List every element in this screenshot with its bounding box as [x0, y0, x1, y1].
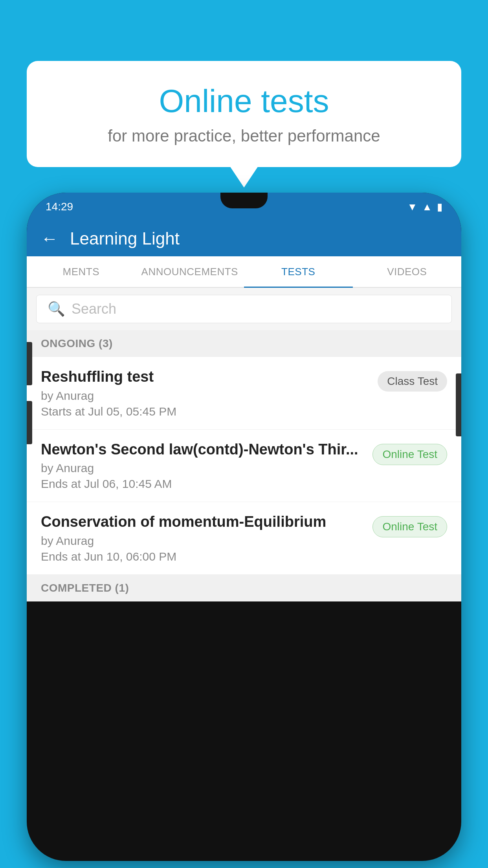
tab-ments[interactable]: MENTS — [27, 256, 136, 287]
wifi-icon: ▼ — [407, 201, 418, 213]
back-button[interactable]: ← — [41, 229, 58, 248]
tests-list: Reshuffling test by Anurag Starts at Jul… — [27, 357, 461, 575]
test-by-1: by Anurag — [41, 389, 370, 403]
test-item-1[interactable]: Reshuffling test by Anurag Starts at Jul… — [27, 357, 461, 430]
app-title: Learning Light — [70, 229, 180, 248]
speech-bubble: Online tests for more practice, better p… — [27, 61, 461, 167]
search-container: 🔍 Search — [27, 288, 461, 330]
test-date-2: Ends at Jul 06, 10:45 AM — [41, 477, 365, 491]
tab-tests[interactable]: TESTS — [244, 256, 353, 287]
test-info-2: Newton's Second law(contd)-Newton's Thir… — [41, 441, 372, 491]
test-item-3[interactable]: Conservation of momentum-Equilibrium by … — [27, 502, 461, 575]
status-time: 14:29 — [46, 200, 73, 213]
status-icons: ▼ ▲ ▮ — [407, 201, 442, 213]
completed-section-header: COMPLETED (1) — [27, 575, 461, 601]
test-badge-3: Online Test — [372, 516, 447, 537]
bubble-title: Online tests — [42, 83, 446, 120]
tab-announcements[interactable]: ANNOUNCEMENTS — [136, 256, 244, 287]
test-item-2[interactable]: Newton's Second law(contd)-Newton's Thir… — [27, 430, 461, 502]
tabs-container: MENTS ANNOUNCEMENTS TESTS VIDEOS — [27, 256, 461, 288]
ongoing-section-header: ONGOING (3) — [27, 330, 461, 357]
search-icon: 🔍 — [48, 301, 65, 317]
test-title-1: Reshuffling test — [41, 368, 370, 386]
test-by-2: by Anurag — [41, 462, 365, 475]
search-box[interactable]: 🔍 Search — [36, 295, 452, 323]
volume-down-button — [27, 401, 32, 444]
test-info-3: Conservation of momentum-Equilibrium by … — [41, 513, 372, 563]
tab-videos[interactable]: VIDEOS — [353, 256, 462, 287]
test-date-3: Ends at Jun 10, 06:00 PM — [41, 550, 365, 563]
signal-icon: ▲ — [422, 201, 432, 213]
status-bar: 14:29 ▼ ▲ ▮ — [27, 193, 461, 221]
notch — [220, 193, 268, 208]
test-badge-1: Class Test — [378, 371, 447, 392]
bubble-subtitle: for more practice, better performance — [42, 127, 446, 145]
volume-up-button — [27, 342, 32, 385]
app-header: ← Learning Light — [27, 221, 461, 256]
test-by-3: by Anurag — [41, 534, 365, 548]
test-date-1: Starts at Jul 05, 05:45 PM — [41, 405, 370, 418]
search-placeholder: Search — [72, 301, 116, 317]
test-title-3: Conservation of momentum-Equilibrium — [41, 513, 365, 531]
test-info-1: Reshuffling test by Anurag Starts at Jul… — [41, 368, 378, 418]
battery-icon: ▮ — [437, 201, 442, 213]
power-button — [456, 373, 461, 436]
phone-frame: 14:29 ▼ ▲ ▮ ← Learning Light MENTS ANNOU… — [27, 193, 461, 861]
test-badge-2: Online Test — [372, 444, 447, 465]
test-title-2: Newton's Second law(contd)-Newton's Thir… — [41, 441, 365, 459]
